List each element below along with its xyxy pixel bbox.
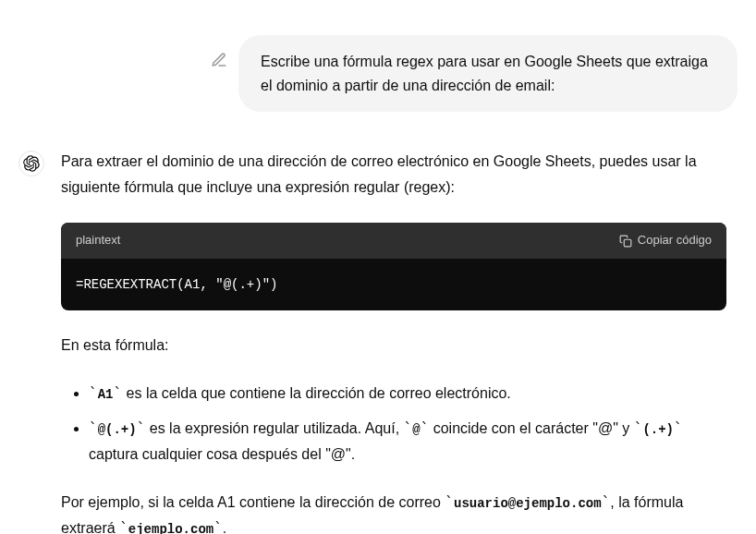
code-block: plaintext Copiar código =REGEXEXTRACT(A1… bbox=[61, 223, 726, 310]
list-item: `@(.+)` es la expresión regular utilizad… bbox=[89, 416, 726, 467]
inline-code: A1 bbox=[98, 387, 114, 402]
inline-code: @ bbox=[412, 422, 420, 437]
code-language-label: plaintext bbox=[76, 230, 120, 251]
list-item: `A1` es la celda que contiene la direcci… bbox=[89, 381, 726, 407]
inline-code: usuario@ejemplo.com bbox=[454, 496, 602, 511]
assistant-intro: Para extraer el dominio de una dirección… bbox=[61, 149, 726, 200]
assistant-message-row: Para extraer el dominio de una dirección… bbox=[18, 149, 738, 534]
inline-code: @(.+) bbox=[98, 422, 137, 437]
explain-intro: En esta fórmula: bbox=[61, 333, 726, 358]
code-block-header: plaintext Copiar código bbox=[61, 223, 726, 259]
svg-rect-0 bbox=[624, 239, 631, 247]
code-body: =REGEXEXTRACT(A1, "@(.+)") bbox=[61, 259, 726, 311]
example-paragraph: Por ejemplo, si la celda A1 contiene la … bbox=[61, 490, 726, 534]
chat-container: Escribe una fórmula regex para usar en G… bbox=[0, 0, 756, 534]
bullet-list: `A1` es la celda que contiene la direcci… bbox=[61, 381, 726, 467]
assistant-content: Para extraer el dominio de una dirección… bbox=[61, 149, 726, 534]
inline-code: (.+) bbox=[642, 422, 674, 437]
user-message-bubble: Escribe una fórmula regex para usar en G… bbox=[238, 35, 738, 112]
edit-icon[interactable] bbox=[211, 52, 227, 68]
copy-code-label: Copiar código bbox=[638, 230, 712, 251]
copy-code-button[interactable]: Copiar código bbox=[619, 230, 712, 251]
openai-logo-icon bbox=[23, 155, 40, 172]
assistant-avatar bbox=[18, 151, 44, 176]
copy-icon bbox=[619, 235, 632, 248]
user-message-row: Escribe una fórmula regex para usar en G… bbox=[18, 35, 738, 112]
user-message-text: Escribe una fórmula regex para usar en G… bbox=[261, 54, 708, 93]
inline-code: ejemplo.com bbox=[128, 522, 213, 534]
